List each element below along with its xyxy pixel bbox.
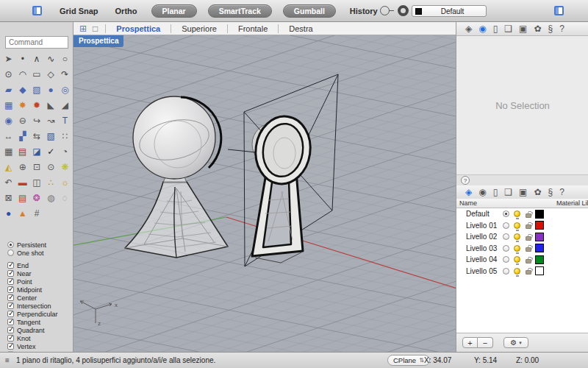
single-viewport-icon[interactable]: □ xyxy=(93,24,98,34)
block-icon[interactable]: ▤ xyxy=(15,145,29,159)
layer-row[interactable]: Livello 02 xyxy=(456,231,588,243)
checkbox-icon[interactable] xyxy=(7,343,14,350)
checkbox-icon[interactable] xyxy=(7,335,14,342)
viewport-tab[interactable]: Destra xyxy=(278,24,323,33)
blend-curve-icon[interactable]: ↝ xyxy=(44,114,58,128)
trophy-object[interactable] xyxy=(125,96,228,258)
point-icon[interactable]: • xyxy=(15,52,29,66)
display-tab-icon[interactable]: ❑ xyxy=(504,22,512,36)
four-viewports-icon[interactable]: ⊞ xyxy=(79,24,87,34)
rendering-tab-icon[interactable]: ✿ xyxy=(534,22,541,36)
layer-color-swatch[interactable] xyxy=(535,266,544,275)
display-tab-icon[interactable]: ❑ xyxy=(504,185,512,199)
current-layer-radio[interactable] xyxy=(503,210,509,217)
extract-icon[interactable]: ✸ xyxy=(15,99,29,113)
surface-icon[interactable]: ▰ xyxy=(1,83,15,97)
material-column-header[interactable]: Material Libr xyxy=(556,199,588,207)
helix-icon[interactable]: ↷ xyxy=(58,68,72,82)
lock-icon[interactable]: ⊠ xyxy=(1,191,15,205)
osnap-checkbox-row[interactable]: Center xyxy=(7,294,58,302)
layer-lock-icon[interactable] xyxy=(526,259,531,263)
align-icon[interactable]: ∷ xyxy=(58,130,72,144)
layer-name[interactable]: Default xyxy=(456,210,501,218)
fillet-edge-icon[interactable]: ◣ xyxy=(44,99,58,113)
layer-color-swatch[interactable] xyxy=(535,221,544,230)
osnap-checkbox-row[interactable]: Tangent xyxy=(7,318,58,326)
explode-icon[interactable]: ✹ xyxy=(29,99,43,113)
text-icon[interactable]: T xyxy=(58,114,72,128)
add-layer-button[interactable]: + xyxy=(462,337,478,348)
box-icon[interactable]: ▧ xyxy=(29,83,43,97)
layer-name[interactable]: Livello 03 xyxy=(456,244,501,252)
osnap-mode-radio[interactable]: Persistent xyxy=(7,241,58,249)
notes-tab-icon[interactable]: § xyxy=(548,22,553,36)
osnap-checkbox-row[interactable]: End xyxy=(7,261,58,269)
osnap-checkbox-row[interactable]: Knot xyxy=(7,334,58,342)
properties-tab-icon[interactable]: ◉ xyxy=(478,22,486,36)
layer-color-swatch[interactable] xyxy=(535,233,544,241)
checkbox-icon[interactable] xyxy=(7,262,14,269)
layer-visibility-bulb-icon[interactable] xyxy=(514,268,520,275)
cone-small-icon[interactable]: ▲ xyxy=(15,207,29,221)
layer-visibility-bulb-icon[interactable] xyxy=(514,210,520,217)
document-tab-icon[interactable]: ▯ xyxy=(493,22,498,36)
osnap-checkbox-row[interactable]: Near xyxy=(7,269,58,277)
osnap-checkbox-row[interactable]: Intersection xyxy=(7,302,58,310)
material-icon[interactable]: ▬ xyxy=(15,176,29,190)
polyline-icon[interactable]: ∧ xyxy=(29,52,43,66)
rectangle-icon[interactable]: ▭ xyxy=(29,68,43,82)
loft-icon[interactable]: ◆ xyxy=(15,83,29,97)
layer-lock-icon[interactable] xyxy=(526,213,531,218)
trim-icon[interactable]: ◪ xyxy=(29,145,43,159)
layer-visibility-bulb-icon[interactable] xyxy=(514,222,520,229)
layer-color-swatch[interactable] xyxy=(535,244,544,252)
template-dropdown[interactable]: Default xyxy=(412,5,487,17)
copy-icon[interactable]: ▞ xyxy=(15,130,29,144)
osnap-checkbox-row[interactable]: Quadrant xyxy=(7,326,58,334)
layer-name[interactable]: Livello 04 xyxy=(456,255,501,263)
zoom-selected-icon[interactable]: ⊙ xyxy=(44,160,58,174)
checkbox-icon[interactable] xyxy=(7,270,14,277)
select-icon[interactable]: ➤ xyxy=(1,52,15,66)
ellipse-icon[interactable]: ⊙ xyxy=(1,68,15,82)
render-sphere-icon[interactable]: ● xyxy=(1,207,15,221)
checkbox-icon[interactable] xyxy=(7,327,14,333)
mirror-icon[interactable]: ⇆ xyxy=(29,130,43,144)
current-layer-radio[interactable] xyxy=(503,256,509,263)
cone-icon[interactable]: ◭ xyxy=(1,160,15,174)
layer-lock-icon[interactable] xyxy=(526,270,531,275)
layer-row[interactable]: Livello 04 xyxy=(456,254,588,266)
rendering-tab-icon[interactable]: ✿ xyxy=(534,185,541,199)
checkbox-icon[interactable] xyxy=(7,294,14,301)
toolbar-toggle-button[interactable]: Grid Snap xyxy=(57,5,101,17)
selection-filter-icon[interactable] xyxy=(398,5,409,16)
viewport-canvas[interactable]: x z Prospettica xyxy=(74,35,456,352)
chamfer-edge-icon[interactable]: ◢ xyxy=(58,99,72,113)
checkbox-icon[interactable] xyxy=(7,311,14,317)
camera-tab-icon[interactable]: ▣ xyxy=(519,22,527,36)
help-tab-icon[interactable]: ? xyxy=(559,185,564,199)
color-wheel-icon[interactable]: ❂ xyxy=(29,191,43,205)
history-list-icon[interactable]: ≡ xyxy=(5,356,10,364)
layers-tab-icon[interactable]: ◈ xyxy=(465,22,472,36)
layer-name[interactable]: Livello 01 xyxy=(456,222,501,230)
point-edit-icon[interactable]: ∴ xyxy=(44,176,58,190)
move-icon[interactable]: ↔ xyxy=(1,130,15,144)
document-tab-icon[interactable]: ▯ xyxy=(493,185,498,199)
osnap-checkbox-row[interactable]: Perpendicular xyxy=(7,310,58,318)
viewport-title-overlay[interactable]: Prospettica xyxy=(74,35,123,47)
radio-icon[interactable] xyxy=(7,241,14,248)
layer-visibility-bulb-icon[interactable] xyxy=(514,245,520,252)
record-history-icon[interactable] xyxy=(380,6,390,15)
layers-tab-icon[interactable]: ◈ xyxy=(465,185,472,199)
rotate-view-icon[interactable]: ↶ xyxy=(1,176,15,190)
lightbulb-icon[interactable]: ☼ xyxy=(58,176,72,190)
array-icon[interactable]: ▦ xyxy=(1,145,15,159)
toolbar-toggle-button[interactable]: History xyxy=(347,5,381,17)
toolbar-toggle-button[interactable]: Planar xyxy=(151,4,197,18)
remove-layer-button[interactable]: − xyxy=(478,337,493,348)
help-tab-icon[interactable]: ? xyxy=(559,22,564,36)
torus-icon[interactable]: ◎ xyxy=(58,83,72,97)
toolbar-toggle-button[interactable]: Gumball xyxy=(283,4,336,18)
layer-visibility-bulb-icon[interactable] xyxy=(514,256,520,263)
